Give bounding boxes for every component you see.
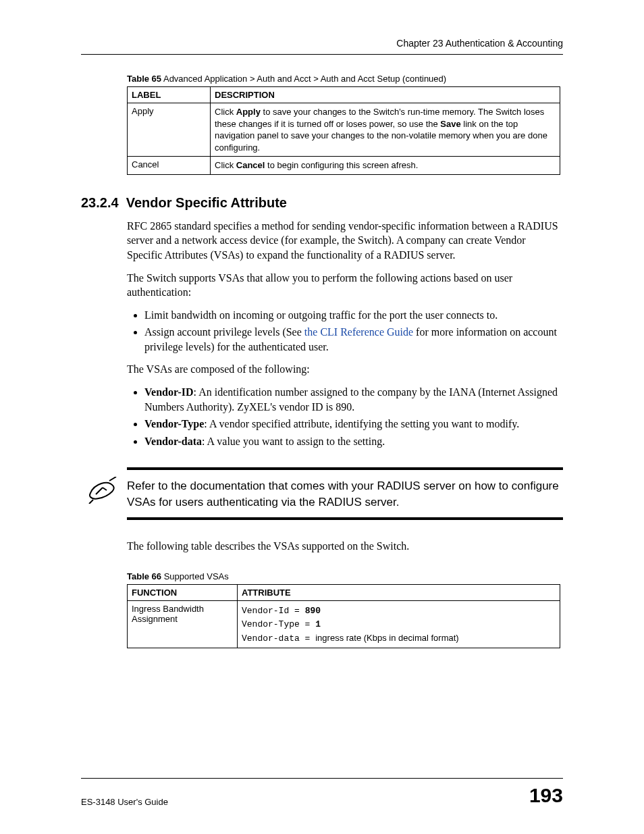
paragraph: The Switch supports VSAs that allow you … bbox=[127, 271, 563, 300]
section-number: 23.2.4 bbox=[81, 195, 119, 210]
table-row: Apply Click Apply to save your changes t… bbox=[128, 103, 560, 157]
term: Vendor-Type bbox=[144, 418, 204, 429]
paragraph: RFC 2865 standard specifies a method for… bbox=[127, 219, 563, 263]
definition: : An identification number assigned to t… bbox=[144, 386, 558, 413]
table65-header-label: LABEL bbox=[128, 87, 211, 103]
text-bold: Apply bbox=[236, 107, 261, 117]
table66-caption-bold: Table 66 bbox=[127, 571, 161, 581]
code-text: Vendor-data = bbox=[242, 633, 315, 644]
code-text: Vendor-Id = bbox=[242, 606, 305, 616]
table65-row0-label: Apply bbox=[128, 103, 211, 157]
page-number: 193 bbox=[529, 784, 563, 807]
footer-guide-name: ES-3148 User's Guide bbox=[81, 797, 168, 807]
term: Vendor-data bbox=[144, 436, 202, 447]
code-text: Vendor-Type = bbox=[242, 619, 315, 629]
bullet-list: Limit bandwidth on incoming or outgoing … bbox=[127, 308, 563, 355]
table66-row0-attribute: Vendor-Id = 890 Vendor-Type = 1 Vendor-d… bbox=[238, 600, 560, 648]
text: Assign account privilege levels (See bbox=[144, 326, 304, 338]
note-rule-top bbox=[127, 467, 563, 470]
bullet-list: Vendor-ID: An identification number assi… bbox=[127, 385, 563, 448]
text: Click bbox=[215, 107, 236, 117]
table66: FUNCTION ATTRIBUTE Ingress Bandwidth Ass… bbox=[127, 584, 560, 649]
paragraph: The following table describes the VSAs s… bbox=[127, 539, 563, 554]
text-bold: Cancel bbox=[236, 160, 265, 170]
list-item: Vendor-ID: An identification number assi… bbox=[144, 385, 563, 414]
code-bold: 890 bbox=[305, 606, 321, 616]
table66-header-attribute: ATTRIBUTE bbox=[238, 584, 560, 600]
text: ingress rate (Kbps in decimal format) bbox=[315, 633, 458, 643]
paragraph: The VSAs are composed of the following: bbox=[127, 362, 563, 377]
table65-caption-rest: Advanced Application > Auth and Acct > A… bbox=[161, 74, 446, 84]
list-item: Limit bandwidth on incoming or outgoing … bbox=[144, 308, 563, 323]
svg-line-1 bbox=[89, 500, 93, 504]
code-bold: 1 bbox=[315, 619, 321, 629]
svg-line-0 bbox=[109, 477, 116, 481]
table65-row1-label: Cancel bbox=[128, 157, 211, 175]
definition: : A value you want to assign to the sett… bbox=[202, 436, 385, 447]
table65-header-description: DESCRIPTION bbox=[211, 87, 560, 103]
text-bold: Save bbox=[440, 119, 460, 129]
footer-rule bbox=[81, 778, 563, 779]
section-heading: 23.2.4 Vendor Specific Attribute bbox=[81, 195, 563, 211]
term: Vendor-ID bbox=[144, 386, 194, 398]
table66-caption-rest: Supported VSAs bbox=[161, 571, 229, 581]
table65-caption: Table 65 Advanced Application > Auth and… bbox=[127, 74, 563, 84]
list-item: Vendor-Type: A vendor specified attribut… bbox=[144, 417, 563, 432]
note-text: Refer to the documentation that comes wi… bbox=[127, 477, 563, 511]
list-item: Vendor-data: A value you want to assign … bbox=[144, 434, 563, 449]
section-title: Vendor Specific Attribute bbox=[126, 195, 287, 210]
list-item: Assign account privilege levels (See the… bbox=[144, 325, 563, 354]
note-rule-bottom bbox=[127, 517, 563, 520]
table-row: Ingress Bandwidth Assignment Vendor-Id =… bbox=[128, 600, 560, 648]
table65-row1-desc: Click Cancel to begin configuring this s… bbox=[211, 157, 560, 175]
table66-row0-function: Ingress Bandwidth Assignment bbox=[128, 600, 238, 648]
text: Click bbox=[215, 160, 236, 170]
table65: LABEL DESCRIPTION Apply Click Apply to s… bbox=[127, 86, 560, 175]
table65-caption-bold: Table 65 bbox=[127, 74, 161, 84]
link-cli-reference-guide[interactable]: the CLI Reference Guide bbox=[304, 326, 413, 338]
table-row: Cancel Click Cancel to begin configuring… bbox=[128, 157, 560, 175]
running-header: Chapter 23 Authentication & Accounting bbox=[81, 38, 563, 54]
table66-header-function: FUNCTION bbox=[128, 584, 238, 600]
note-icon bbox=[86, 477, 120, 506]
note-block: Refer to the documentation that comes wi… bbox=[81, 467, 563, 520]
page-footer: ES-3148 User's Guide 193 bbox=[81, 778, 563, 807]
text: to begin configuring this screen afresh. bbox=[265, 160, 418, 170]
header-rule bbox=[81, 54, 563, 55]
table65-row0-desc: Click Apply to save your changes to the … bbox=[211, 103, 560, 157]
definition: : A vendor specified attribute, identify… bbox=[204, 418, 519, 429]
table66-caption: Table 66 Supported VSAs bbox=[127, 571, 563, 581]
